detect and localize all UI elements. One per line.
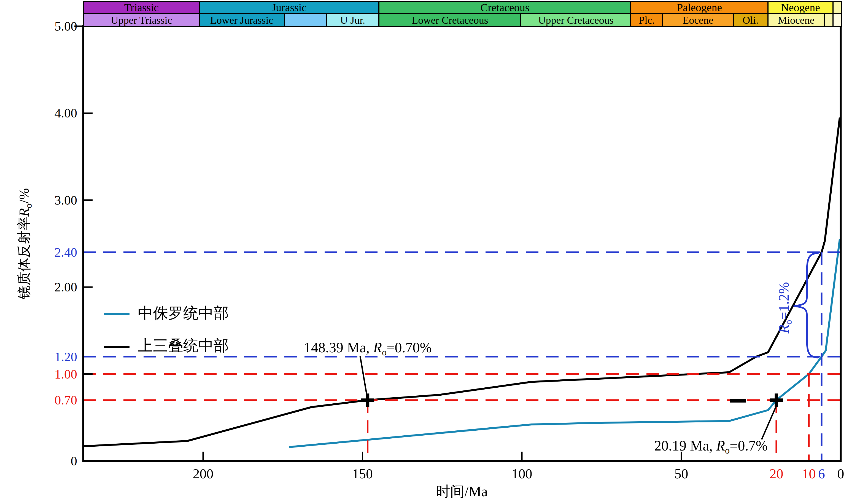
period-cell-label: Cretaceous — [480, 2, 530, 13]
legend-swatch-black — [104, 346, 130, 348]
legend-swatch-teal — [104, 313, 130, 315]
annotation-148ma-symbol: R — [373, 340, 382, 355]
annotation-20ma-prefix: 20.19 Ma, — [654, 438, 716, 454]
x-tick-label-100: 100 — [500, 466, 544, 481]
epoch-cell-label: Plc. — [639, 14, 655, 26]
epoch-cell-label: Upper Triassic — [111, 14, 172, 26]
y-tick-label-1.20: 1.20 — [30, 349, 77, 365]
annotation-20ma-sub: o — [725, 445, 730, 455]
legend-label-middle-jurassic: 中侏罗统中部 — [138, 305, 229, 322]
thermal-maturity-chart: TriassicJurassicCretaceousPaleogeneNeoge… — [0, 0, 868, 504]
y-tick-label-4.00: 4.00 — [30, 105, 77, 121]
annotation-148ma: 148.39 Ma, Ro=0.70% — [304, 340, 432, 360]
epoch-cell-upper-cretaceous: Upper Cretaceous — [520, 13, 631, 27]
y-tick-label-2.40: 2.40 — [30, 244, 77, 261]
epoch-cell-label: Upper Cretaceous — [538, 14, 613, 26]
period-cell-label: Jurassic — [272, 2, 307, 13]
y-axis-title-symbol: R — [16, 208, 32, 217]
epoch-cell-plc-: Plc. — [630, 13, 663, 27]
x-tick-label-200: 200 — [181, 466, 225, 481]
period-cell-unlabeled-5 — [833, 1, 842, 14]
y-axis-title-sub: o — [23, 203, 34, 208]
epoch-cell-label: Miocene — [778, 14, 815, 26]
annotation-ro-1-2-sub: o — [783, 320, 794, 324]
epoch-cell-oli-: Oli. — [733, 13, 768, 27]
epoch-cell-label: Lower Jurassic — [210, 14, 273, 26]
y-axis-title-text: 镜质体反射率 — [16, 217, 32, 300]
period-cell-label: Paleogene — [677, 2, 722, 13]
period-cell-cretaceous: Cretaceous — [378, 1, 631, 14]
period-cell-triassic: Triassic — [83, 1, 200, 14]
epoch-cell-upper-triassic: Upper Triassic — [83, 13, 200, 27]
y-tick-label-3.00: 3.00 — [30, 192, 77, 209]
epoch-cell-unlabeled-10 — [824, 13, 834, 27]
period-cell-paleogene: Paleogene — [630, 1, 768, 14]
y-tick-label-0.70: 0.70 — [30, 392, 77, 408]
annotation-ro-1-2: Ro=1.2% — [776, 282, 794, 333]
y-tick-label-2.00: 2.00 — [30, 279, 77, 295]
annotation-20ma-symbol: R — [716, 438, 725, 454]
curve-layer — [83, 118, 840, 447]
epoch-cell-label: Lower Cretaceous — [412, 14, 488, 26]
annotation-ro-1-2-value: =1.2% — [776, 282, 792, 320]
epoch-cell-lower-cretaceous: Lower Cretaceous — [378, 13, 521, 27]
plus-marker-148.39 — [361, 393, 374, 407]
annotation-20ma: 20.19 Ma, Ro=0.7% — [654, 438, 768, 458]
y-axis-title: 镜质体反射率Ro/% — [15, 188, 34, 299]
tick-mark-layer — [74, 26, 681, 461]
annotation-148ma-sub: o — [382, 347, 386, 357]
epoch-cell-label: Eocene — [683, 14, 713, 26]
plot-border — [83, 26, 841, 461]
x-tick-label-50: 50 — [659, 466, 703, 481]
annotation-148ma-value: =0.70% — [386, 340, 432, 355]
y-axis-title-unit: /% — [16, 188, 32, 203]
annotation-148ma-prefix: 148.39 Ma, — [304, 340, 373, 355]
leader-line-148 — [360, 356, 367, 398]
x-tick-label-0: 0 — [819, 466, 863, 481]
blue-brace — [794, 253, 818, 357]
plot-canvas — [0, 0, 868, 504]
annotation-ro-1-2-symbol: R — [776, 324, 792, 333]
period-cell-label: Triassic — [124, 2, 159, 13]
reference-line-layer — [83, 252, 841, 461]
y-tick-label-0: 0 — [30, 453, 77, 469]
x-axis-title: 时间/Ma — [407, 482, 517, 501]
period-cell-neogene: Neogene — [767, 1, 834, 14]
legend-label-upper-triassic: 上三叠统中部 — [138, 337, 229, 354]
period-cell-label: Neogene — [781, 2, 820, 13]
annotation-20ma-value: =0.7% — [730, 438, 768, 454]
epoch-cell-label: Oli. — [743, 14, 758, 26]
period-cell-jurassic: Jurassic — [199, 1, 380, 14]
epoch-cell-miocene: Miocene — [767, 13, 825, 27]
y-tick-label-5.00: 5.00 — [30, 18, 77, 34]
x-tick-label-150: 150 — [341, 466, 385, 481]
curve-上三叠统中部 — [83, 118, 840, 446]
epoch-cell-unlabeled-11 — [833, 13, 842, 27]
epoch-cell-u-jur-: U Jur. — [326, 13, 380, 27]
y-tick-label-1.00: 1.00 — [30, 366, 77, 382]
black-dash-marker — [730, 399, 746, 403]
epoch-cell-label: U Jur. — [340, 14, 365, 26]
epoch-cell-lower-jurassic: Lower Jurassic — [199, 13, 285, 27]
epoch-cell-unlabeled-2 — [284, 13, 327, 27]
epoch-cell-eocene: Eocene — [662, 13, 734, 27]
